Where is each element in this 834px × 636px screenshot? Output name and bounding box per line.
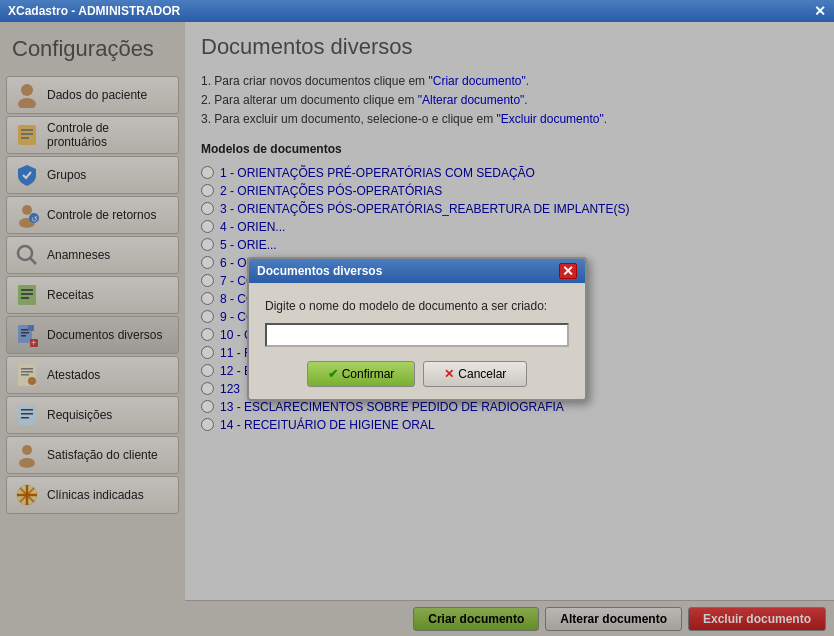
modal-confirm-button[interactable]: ✔ Confirmar	[307, 361, 416, 387]
window-close-button[interactable]: ✕	[814, 3, 826, 19]
cancel-x-icon: ✕	[444, 367, 454, 381]
window-title: XCadastro - ADMINISTRADOR	[8, 4, 180, 18]
confirm-label: Confirmar	[342, 367, 395, 381]
modal-overlay: Documentos diversos ✕ Digite o nome do m…	[0, 22, 834, 636]
modal-name-input[interactable]	[265, 323, 569, 347]
modal-close-button[interactable]: ✕	[559, 263, 577, 279]
modal-dialog: Documentos diversos ✕ Digite o nome do m…	[247, 257, 587, 401]
title-bar: XCadastro - ADMINISTRADOR ✕	[0, 0, 834, 22]
modal-titlebar: Documentos diversos ✕	[249, 259, 585, 283]
cancel-label: Cancelar	[458, 367, 506, 381]
modal-prompt: Digite o nome do modelo de documento a s…	[265, 299, 569, 313]
modal-title: Documentos diversos	[257, 264, 382, 278]
confirm-checkmark-icon: ✔	[328, 367, 338, 381]
modal-body: Digite o nome do modelo de documento a s…	[249, 283, 585, 399]
modal-buttons: ✔ Confirmar ✕ Cancelar	[265, 361, 569, 387]
modal-cancel-button[interactable]: ✕ Cancelar	[423, 361, 527, 387]
